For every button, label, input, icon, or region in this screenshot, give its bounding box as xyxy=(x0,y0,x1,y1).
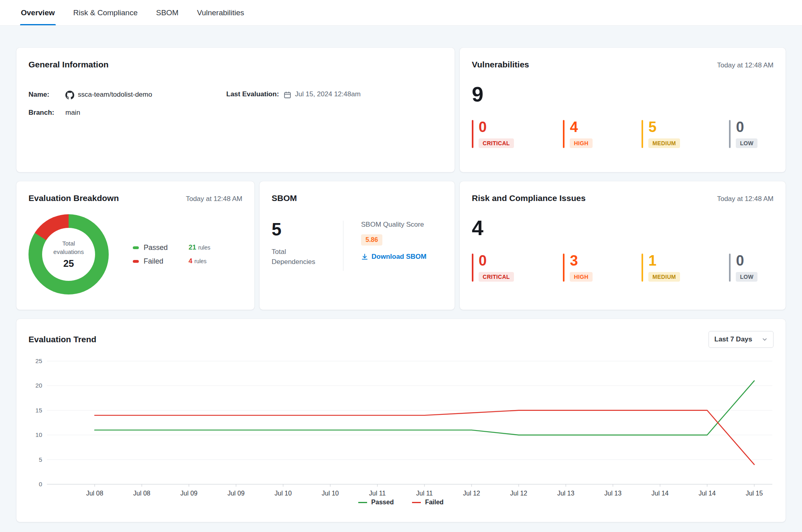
legend-item-passed: Passed xyxy=(358,499,394,506)
evaluation-breakdown-card: Evaluation Breakdown Today at 12:48 AM T… xyxy=(16,181,254,310)
severity-count: 0 xyxy=(479,120,514,134)
passed-dot-icon xyxy=(133,246,139,249)
severity-bar xyxy=(642,120,643,148)
legend-row-passed: Passed 21 rules xyxy=(133,244,210,252)
svg-text:Jul 09: Jul 09 xyxy=(227,490,245,495)
svg-text:20: 20 xyxy=(35,382,42,389)
evaluation-breakdown-timestamp: Today at 12:48 AM xyxy=(186,195,242,203)
svg-text:Jul 13: Jul 13 xyxy=(604,490,621,495)
repo-name-value: ssca-team/todolist-demo xyxy=(78,91,152,99)
failed-suffix: rules xyxy=(194,258,206,264)
svg-text:Jul 09: Jul 09 xyxy=(181,490,198,495)
name-label: Name: xyxy=(28,91,62,99)
github-icon xyxy=(65,91,74,99)
download-sbom-label: Download SBOM xyxy=(372,253,426,261)
vulnerabilities-severity-row: 0 CRITICAL 4 HIGH 5 MEDIUM xyxy=(472,120,757,148)
evaluation-trend-card: Evaluation Trend Last 7 Days 0510152025J… xyxy=(16,319,786,522)
tab-vulnerabilities[interactable]: Vulnerabilities xyxy=(196,0,245,25)
sbom-total-label: Total Dependencies xyxy=(272,247,320,267)
tab-overview[interactable]: Overview xyxy=(20,0,56,25)
sbom-card: SBOM 5 Total Dependencies SBOM Quality S… xyxy=(260,181,455,310)
vulnerabilities-timestamp: Today at 12:48 AM xyxy=(717,61,774,69)
calendar-icon xyxy=(284,91,291,99)
tab-sbom[interactable]: SBOM xyxy=(155,0,179,25)
severity-item-low: 0 LOW xyxy=(729,120,757,148)
severity-bar xyxy=(472,254,473,282)
page-content: General Information Name: ssca-team/todo… xyxy=(0,48,802,522)
passed-count: 21 xyxy=(189,244,196,252)
svg-text:Jul 14: Jul 14 xyxy=(652,490,669,495)
svg-text:Jul 08: Jul 08 xyxy=(133,490,150,495)
trend-legend: Passed Failed xyxy=(28,499,774,506)
top-tab-bar: Overview Risk & Compliance SBOM Vulnerab… xyxy=(0,0,802,26)
severity-badge: LOW xyxy=(736,138,757,148)
donut-center-total: 25 xyxy=(63,258,74,269)
svg-text:Jul 11: Jul 11 xyxy=(369,490,386,495)
branch-row: Branch: main xyxy=(28,109,226,117)
branch-value: main xyxy=(65,109,80,117)
svg-text:Jul 15: Jul 15 xyxy=(746,490,763,495)
svg-text:15: 15 xyxy=(35,407,42,414)
severity-badge: LOW xyxy=(736,272,757,282)
severity-badge: MEDIUM xyxy=(648,138,680,148)
severity-count: 4 xyxy=(570,120,592,134)
last-evaluation-row: Last Evaluation: Jul 15, 2024 12:48am xyxy=(226,90,361,98)
trend-chart: 0510152025Jul 08Jul 08Jul 09Jul 09Jul 10… xyxy=(28,354,774,495)
download-sbom-link[interactable]: Download SBOM xyxy=(361,253,426,261)
severity-item-high: 4 HIGH xyxy=(563,120,592,148)
severity-badge: CRITICAL xyxy=(479,272,514,282)
passed-label: Passed xyxy=(144,244,178,252)
svg-text:25: 25 xyxy=(35,357,42,364)
branch-label: Branch: xyxy=(28,109,62,117)
severity-count: 0 xyxy=(736,120,757,134)
risk-compliance-timestamp: Today at 12:48 AM xyxy=(717,195,774,203)
severity-bar xyxy=(729,254,731,282)
severity-count: 1 xyxy=(648,254,680,268)
failed-line-swatch xyxy=(412,502,421,503)
svg-text:0: 0 xyxy=(39,481,42,487)
severity-bar xyxy=(472,120,473,148)
sbom-total-dependencies: 5 xyxy=(272,221,343,238)
vulnerabilities-card: Vulnerabilities Today at 12:48 AM 9 0 CR… xyxy=(460,48,786,172)
date-range-dropdown[interactable]: Last 7 Days xyxy=(709,331,774,348)
passed-line-swatch xyxy=(358,502,367,503)
svg-text:Jul 12: Jul 12 xyxy=(510,490,528,495)
tab-risk-compliance[interactable]: Risk & Compliance xyxy=(73,0,139,25)
severity-bar xyxy=(729,120,731,148)
evaluation-donut: Total evaluations 25 xyxy=(28,214,109,294)
severity-bar xyxy=(563,120,564,148)
svg-text:Jul 08: Jul 08 xyxy=(86,490,104,495)
evaluation-legend: Passed 21 rules Failed 4 rules xyxy=(133,238,210,271)
vulnerabilities-title: Vulnerabilities xyxy=(472,60,529,69)
failed-dot-icon xyxy=(133,260,139,263)
svg-text:5: 5 xyxy=(39,456,42,463)
severity-badge: CRITICAL xyxy=(479,138,514,148)
chevron-down-icon xyxy=(762,337,767,342)
severity-item-low: 0 LOW xyxy=(729,254,757,282)
sbom-title: SBOM xyxy=(272,193,297,203)
severity-badge: MEDIUM xyxy=(648,272,680,282)
svg-text:Jul 10: Jul 10 xyxy=(274,490,292,495)
repo-name-row: Name: ssca-team/todolist-demo xyxy=(28,90,226,99)
donut-center-label: Total evaluations xyxy=(50,240,87,256)
severity-item-critical: 0 CRITICAL xyxy=(472,254,514,282)
svg-text:Jul 11: Jul 11 xyxy=(416,490,433,495)
risk-compliance-severity-row: 0 CRITICAL 3 HIGH 1 MEDIUM xyxy=(472,254,757,282)
failed-count: 4 xyxy=(189,257,192,265)
severity-count: 0 xyxy=(736,254,757,268)
sbom-quality-score-badge: 5.86 xyxy=(361,234,382,246)
risk-compliance-title: Risk and Compliance Issues xyxy=(472,193,586,203)
risk-compliance-total: 4 xyxy=(472,217,774,238)
last-evaluation-value: Jul 15, 2024 12:48am xyxy=(295,90,361,98)
donut-center: Total evaluations 25 xyxy=(42,228,95,281)
evaluation-trend-title: Evaluation Trend xyxy=(28,335,96,344)
svg-text:Jul 12: Jul 12 xyxy=(463,490,480,495)
download-icon xyxy=(361,253,368,260)
last-evaluation-label: Last Evaluation: xyxy=(226,90,279,98)
passed-suffix: rules xyxy=(198,244,210,251)
svg-text:Jul 13: Jul 13 xyxy=(557,490,575,495)
legend-row-failed: Failed 4 rules xyxy=(133,257,210,266)
severity-badge: HIGH xyxy=(570,272,592,282)
severity-item-medium: 5 MEDIUM xyxy=(642,120,680,148)
passed-legend-label: Passed xyxy=(371,499,394,506)
